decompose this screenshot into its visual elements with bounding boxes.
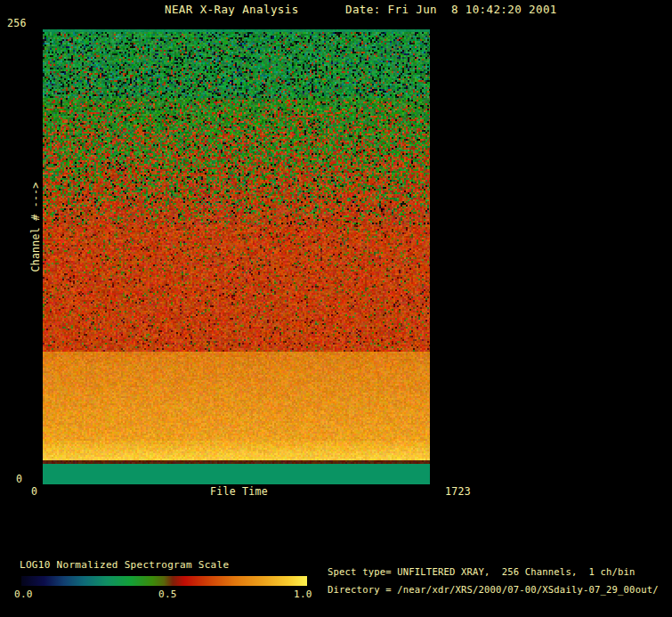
y-axis-max-label: 256: [7, 18, 27, 29]
header-date: Date: Fri Jun 8 10:42:20 2001: [345, 4, 557, 16]
colorbar-gradient: [21, 576, 307, 586]
spectrogram-heatmap: [43, 29, 430, 484]
colorbar-tick-mid: 0.5: [158, 589, 177, 600]
x-axis-max-label: 1723: [445, 486, 471, 498]
y-axis-min-label: 0: [16, 474, 22, 485]
y-axis-title: Channel # --->: [30, 182, 42, 272]
directory-text: Directory = /near/xdr/XRS/2000/07-00/XSd…: [328, 585, 659, 596]
spect-type-text: Spect type= UNFILTERED XRAY, 256 Channel…: [328, 567, 636, 578]
colorbar-tick-min: 0.0: [14, 589, 33, 600]
x-axis-title: File Time: [210, 486, 268, 498]
colorbar-label: LOG10 Normalized Spectrogram Scale: [20, 560, 229, 571]
colorbar-tick-max: 1.0: [294, 589, 312, 600]
near-xray-analysis-window: NEAR X-Ray Analysis Date: Fri Jun 8 10:4…: [0, 0, 672, 617]
page-title: NEAR X-Ray Analysis: [165, 4, 299, 16]
x-axis-min-label: 0: [31, 486, 37, 498]
